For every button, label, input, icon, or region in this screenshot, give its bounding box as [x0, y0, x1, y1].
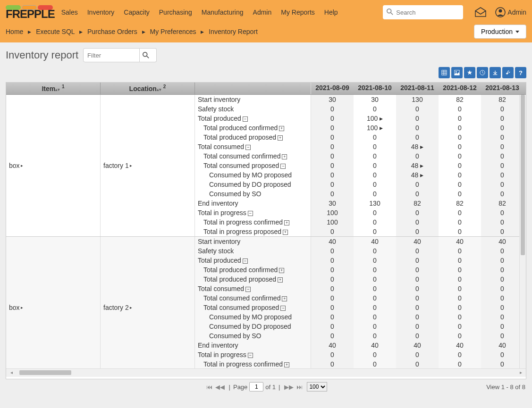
collapse-icon[interactable]: −: [245, 145, 251, 150]
data-cell[interactable]: 0: [481, 322, 524, 331]
expand-icon[interactable]: +: [278, 135, 283, 141]
data-cell[interactable]: 0: [396, 303, 439, 312]
toolbar-clock-button[interactable]: [477, 67, 488, 78]
data-cell[interactable]: 0: [311, 303, 354, 312]
data-cell[interactable]: 0: [354, 331, 396, 341]
data-cell[interactable]: 0: [354, 312, 396, 322]
data-cell[interactable]: 0: [396, 350, 439, 359]
data-cell[interactable]: 0: [396, 208, 439, 217]
data-cell[interactable]: 0: [439, 284, 481, 293]
data-cell[interactable]: 0: [439, 227, 481, 236]
data-cell[interactable]: 100: [311, 208, 354, 217]
pager-next-button[interactable]: ▶▶: [283, 383, 295, 391]
inbox-icon[interactable]: [474, 7, 487, 17]
pager-page-input[interactable]: [249, 382, 263, 391]
data-cell[interactable]: 0: [481, 275, 524, 284]
pager-last-button[interactable]: ⏭: [295, 383, 304, 391]
data-cell[interactable]: 0: [439, 208, 481, 217]
breadcrumb-item[interactable]: Home: [6, 28, 23, 35]
data-cell[interactable]: 40: [396, 237, 439, 246]
data-cell[interactable]: 0: [439, 161, 481, 170]
menu-manufacturing[interactable]: Manufacturing: [202, 8, 244, 16]
data-cell[interactable]: 0: [439, 331, 481, 341]
data-cell[interactable]: 0: [311, 227, 354, 236]
data-cell[interactable]: 0: [396, 322, 439, 331]
data-cell[interactable]: 0: [311, 114, 354, 123]
data-cell[interactable]: 0: [481, 312, 524, 322]
data-cell[interactable]: 0: [354, 265, 396, 275]
expand-icon[interactable]: +: [284, 220, 289, 225]
data-cell[interactable]: 0: [396, 180, 439, 189]
breadcrumb-item[interactable]: Inventory Report: [209, 28, 258, 35]
cell-item[interactable]: box▸: [6, 237, 101, 368]
data-cell[interactable]: 0: [481, 123, 524, 133]
data-cell[interactable]: 0: [311, 350, 354, 359]
data-cell[interactable]: 0: [354, 142, 396, 151]
data-cell[interactable]: 0: [396, 256, 439, 265]
data-cell[interactable]: 0: [481, 161, 524, 170]
menu-inventory[interactable]: Inventory: [87, 8, 115, 16]
data-cell[interactable]: 0: [354, 170, 396, 180]
data-cell[interactable]: 0: [311, 359, 354, 368]
data-cell[interactable]: 0: [354, 275, 396, 284]
horizontal-scrollbar[interactable]: ◂ ▸: [6, 368, 526, 377]
data-cell[interactable]: 0: [439, 265, 481, 275]
data-cell[interactable]: 0: [354, 246, 396, 256]
pager-size-select[interactable]: 100: [307, 382, 327, 391]
data-cell[interactable]: 0: [439, 123, 481, 133]
data-cell[interactable]: 40: [481, 237, 524, 246]
data-cell[interactable]: 0: [481, 359, 524, 368]
collapse-icon[interactable]: −: [243, 117, 248, 122]
pager-prev-button[interactable]: ◀◀: [214, 383, 226, 391]
data-cell[interactable]: 0: [481, 256, 524, 265]
data-cell[interactable]: 0: [311, 189, 354, 199]
cell-item[interactable]: box▸: [6, 95, 101, 236]
data-cell[interactable]: 0: [481, 104, 524, 114]
data-cell[interactable]: 0: [311, 246, 354, 256]
data-cell[interactable]: 0: [396, 284, 439, 293]
data-cell[interactable]: 0: [396, 293, 439, 303]
data-cell[interactable]: 82: [396, 199, 439, 208]
data-cell[interactable]: 82: [439, 95, 481, 104]
search-input[interactable]: [383, 5, 463, 19]
data-cell[interactable]: 0: [354, 284, 396, 293]
data-cell[interactable]: 0: [311, 151, 354, 161]
data-cell[interactable]: 0: [439, 142, 481, 151]
data-cell[interactable]: 100: [311, 217, 354, 227]
data-cell[interactable]: 100 ▸: [354, 114, 396, 123]
menu-admin[interactable]: Admin: [253, 8, 272, 16]
column-header-date[interactable]: 2021-08-11: [396, 83, 439, 94]
data-cell[interactable]: 0: [354, 161, 396, 170]
app-logo[interactable]: FREPPLE: [6, 5, 55, 19]
menu-myreports[interactable]: My Reports: [281, 8, 315, 16]
collapse-icon[interactable]: −: [280, 164, 286, 169]
data-cell[interactable]: 0: [396, 312, 439, 322]
toolbar-star-button[interactable]: [464, 67, 475, 78]
data-cell[interactable]: 0: [481, 114, 524, 123]
column-header-date[interactable]: 2021-08-12: [439, 83, 481, 94]
column-header-date[interactable]: 2021-08-13: [481, 83, 524, 94]
data-cell[interactable]: 0: [439, 151, 481, 161]
expand-icon[interactable]: +: [282, 296, 287, 301]
data-cell[interactable]: 0: [439, 114, 481, 123]
data-cell[interactable]: 0: [311, 312, 354, 322]
data-cell[interactable]: 0: [311, 123, 354, 133]
collapse-icon[interactable]: −: [243, 258, 248, 264]
column-header-item[interactable]: Item▴▾ 1: [6, 83, 101, 94]
data-cell[interactable]: 0: [354, 208, 396, 217]
data-cell[interactable]: 0: [481, 170, 524, 180]
filter-search-button[interactable]: [140, 48, 157, 62]
data-cell[interactable]: 82: [481, 199, 524, 208]
data-cell[interactable]: 0: [481, 284, 524, 293]
scroll-left-icon[interactable]: ◂: [8, 370, 15, 375]
pager-first-button[interactable]: ⏮: [205, 383, 214, 391]
cell-location[interactable]: factory 1▸: [101, 95, 195, 236]
data-cell[interactable]: 40: [354, 341, 396, 350]
data-cell[interactable]: 0: [311, 180, 354, 189]
data-cell[interactable]: 0: [396, 104, 439, 114]
data-cell[interactable]: 0: [354, 133, 396, 142]
data-cell[interactable]: 0: [354, 104, 396, 114]
data-cell[interactable]: 0: [396, 265, 439, 275]
data-cell[interactable]: 0: [439, 104, 481, 114]
data-cell[interactable]: 0: [439, 217, 481, 227]
